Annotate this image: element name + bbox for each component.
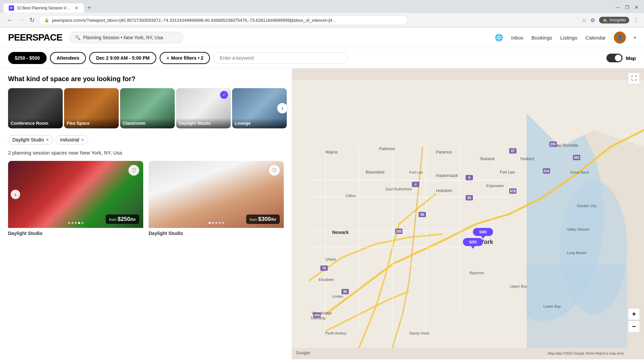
space-type-conference-room[interactable]: Conference Room bbox=[8, 88, 63, 128]
remove-industrial-filter-button[interactable]: × bbox=[81, 137, 84, 142]
filters-bar: $250 - $500 Attendees Dec 2 9:00 AM - 5:… bbox=[0, 48, 644, 68]
map-toggle-label[interactable]: Map bbox=[626, 55, 636, 61]
incognito-icon: 🕵 bbox=[602, 18, 607, 22]
section-title: What kind of space are you looking for? bbox=[8, 75, 284, 83]
active-filters: Daylight Studio × Industrial × bbox=[8, 135, 284, 144]
menu-button[interactable]: ⋮ bbox=[633, 17, 639, 23]
dot-4 bbox=[219, 222, 221, 224]
map-panel: New York Newark Hoboken East Rutherford … bbox=[292, 68, 644, 359]
listing-1-price-amount: $250 bbox=[118, 216, 130, 222]
svg-text:East Rutherford: East Rutherford bbox=[386, 187, 412, 191]
svg-text:Lower Bay: Lower Bay bbox=[543, 304, 561, 308]
zoom-out-button[interactable]: − bbox=[628, 320, 640, 333]
remove-daylight-filter-button[interactable]: × bbox=[46, 137, 49, 142]
listing-1-prev-button[interactable]: ‹ bbox=[11, 190, 20, 199]
daylight-studio-label: Daylight Studio bbox=[176, 118, 231, 128]
svg-text:Fort Lee: Fort Lee bbox=[500, 170, 515, 175]
map-toggle-switch[interactable] bbox=[606, 54, 623, 62]
svg-text:Hackensack: Hackensack bbox=[436, 173, 458, 178]
space-type-daylight-studio[interactable]: ✓ Daylight Studio bbox=[176, 88, 231, 128]
listing-2-price-suffix: /hr bbox=[271, 217, 276, 222]
svg-text:87: 87 bbox=[511, 149, 515, 153]
reload-button[interactable]: ↻ bbox=[28, 15, 36, 25]
map-svg: New York Newark Hoboken East Rutherford … bbox=[292, 68, 644, 359]
svg-text:Great Neck: Great Neck bbox=[570, 170, 589, 174]
svg-text:95: 95 bbox=[343, 290, 347, 294]
listing-1-dots bbox=[68, 222, 84, 224]
space-type-classroom[interactable]: Classroom bbox=[120, 88, 175, 128]
window-controls: ─ ❐ ✕ bbox=[611, 5, 644, 11]
svg-text:Bayonne: Bayonne bbox=[470, 271, 484, 275]
more-filters-label: More filters • 2 bbox=[171, 55, 203, 61]
dot-3 bbox=[215, 222, 217, 224]
language-button[interactable]: 🌐 bbox=[495, 34, 503, 42]
search-text: Planning Session • New York, NY, Usa bbox=[83, 35, 163, 40]
user-avatar[interactable]: 👤 bbox=[614, 32, 626, 44]
dot-2 bbox=[212, 222, 214, 224]
dot-5 bbox=[82, 222, 84, 224]
tab-close-button[interactable]: ✕ bbox=[74, 5, 78, 11]
listing-card-1[interactable]: ♡ from $250/hr ‹ Daylight bbox=[8, 161, 143, 237]
svg-text:Edgewater: Edgewater bbox=[486, 184, 504, 188]
forward-button[interactable]: → bbox=[17, 15, 25, 25]
close-button[interactable]: ✕ bbox=[635, 5, 639, 10]
header-search-bar[interactable]: 🔍 Planning Session • New York, NY, Usa bbox=[69, 32, 183, 43]
listing-1-title: Daylight Studio bbox=[8, 228, 143, 237]
dot-5 bbox=[222, 222, 224, 224]
calendar-link[interactable]: Calendar bbox=[585, 35, 606, 41]
svg-text:495: 495 bbox=[574, 156, 580, 160]
svg-text:New Rochelle: New Rochelle bbox=[553, 143, 578, 148]
filter-tag-industrial[interactable]: Industrial × bbox=[56, 135, 88, 144]
minimize-button[interactable]: ─ bbox=[616, 5, 620, 10]
bookings-link[interactable]: Bookings bbox=[532, 35, 552, 41]
listing-1-favorite-button[interactable]: ♡ bbox=[128, 165, 139, 176]
browser-chrome: P 10 Best Planning Session Venue... ✕ + … bbox=[0, 0, 644, 27]
space-type-flex-space[interactable]: Flex Space bbox=[64, 88, 119, 128]
back-button[interactable]: ← bbox=[5, 15, 14, 25]
address-input[interactable]: 🔒 peerspace.com/s/?viewport_bbox=[40.957… bbox=[39, 15, 408, 25]
attendees-filter-button[interactable]: Attendees bbox=[50, 52, 86, 64]
zoom-in-button[interactable]: + bbox=[628, 308, 640, 320]
google-logo: Google bbox=[296, 350, 310, 355]
svg-text:Long Beach: Long Beach bbox=[567, 251, 587, 255]
price-filter-button[interactable]: $250 - $500 bbox=[8, 52, 47, 64]
svg-text:95: 95 bbox=[420, 213, 424, 217]
map-fullscreen-button[interactable]: ⛶ bbox=[628, 72, 640, 84]
conference-room-label: Conference Room bbox=[8, 118, 63, 128]
listing-2-title: Daylight Studio bbox=[149, 228, 284, 237]
peerspace-logo[interactable]: PEERSPACE bbox=[8, 32, 62, 43]
listing-2-price-amount: $300 bbox=[258, 216, 271, 222]
datetime-filter-button[interactable]: Dec 2 9:00 AM - 5:00 PM bbox=[89, 52, 156, 64]
extension-button[interactable]: ⚙ bbox=[590, 17, 595, 23]
keyword-input[interactable] bbox=[213, 52, 347, 64]
svg-text:4: 4 bbox=[415, 183, 417, 186]
listing-1-price-badge: from $250/hr bbox=[106, 215, 139, 224]
svg-text:Perth Amboy: Perth Amboy bbox=[325, 331, 346, 335]
svg-text:Teaneck: Teaneck bbox=[480, 157, 495, 161]
bookmark-button[interactable]: ☆ bbox=[582, 17, 586, 23]
dot-4 bbox=[78, 222, 80, 224]
restore-button[interactable]: ❐ bbox=[625, 5, 629, 10]
svg-text:Yonkers: Yonkers bbox=[520, 157, 534, 161]
avatar-caret[interactable]: ▾ bbox=[634, 35, 636, 40]
listings-link[interactable]: Listings bbox=[560, 35, 577, 41]
svg-text:Garden City: Garden City bbox=[577, 204, 597, 208]
svg-text:Elizabeth: Elizabeth bbox=[319, 278, 334, 282]
listing-2-price-badge: from $300/hr bbox=[246, 215, 280, 224]
svg-text:Hoboken: Hoboken bbox=[436, 188, 452, 193]
tab-title: 10 Best Planning Session Venue... bbox=[17, 6, 72, 10]
svg-text:Valley Stream: Valley Stream bbox=[567, 227, 590, 231]
space-types-next-button[interactable]: › bbox=[277, 103, 288, 114]
listing-card-2[interactable]: ♡ from $300/hr Daylight Studio bbox=[149, 161, 284, 237]
filter-tag-daylight-studio[interactable]: Daylight Studio × bbox=[8, 135, 53, 144]
new-tab-button[interactable]: + bbox=[85, 3, 94, 13]
inbox-link[interactable]: Inbox bbox=[511, 35, 524, 41]
listing-2-price-prefix: from bbox=[250, 218, 258, 222]
listing-1-price-suffix: /hr bbox=[130, 217, 136, 222]
svg-text:Bloomfield: Bloomfield bbox=[366, 170, 384, 175]
listing-2-favorite-button[interactable]: ♡ bbox=[269, 165, 280, 176]
tab-favicon: P bbox=[9, 5, 14, 11]
more-filters-button[interactable]: ≡ More filters • 2 bbox=[160, 52, 210, 64]
browser-tab-active[interactable]: P 10 Best Planning Session Venue... ✕ bbox=[3, 3, 84, 13]
browser-tab-bar: P 10 Best Planning Session Venue... ✕ + … bbox=[0, 0, 644, 13]
